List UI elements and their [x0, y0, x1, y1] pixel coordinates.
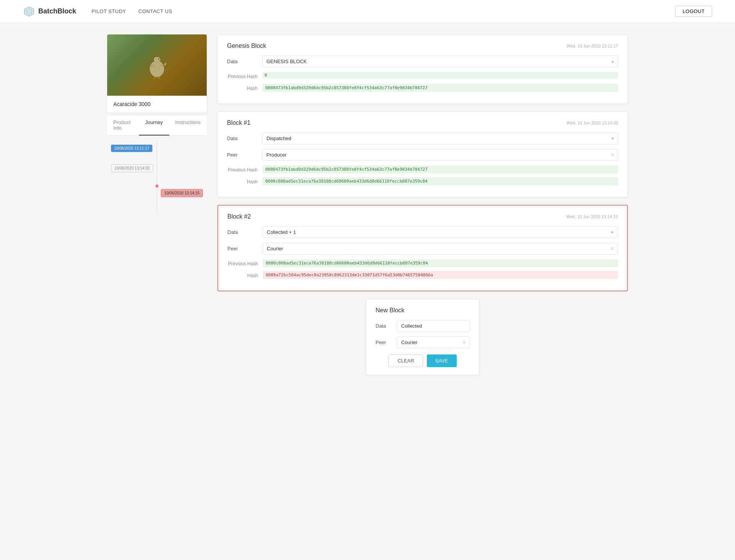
block2-data-icon: ●	[611, 229, 614, 235]
block1-hash-label: Hash	[227, 177, 258, 185]
genesis-data-icon: ●	[611, 59, 614, 64]
block1-card: Block #1 Wed, 10 Jun 2020 13:14:02 Data …	[217, 111, 628, 197]
new-block-title: New Block	[376, 307, 470, 314]
block2-data-row: Data Collected + 1 ●	[227, 226, 618, 238]
block1-peer-icon: ≡	[611, 152, 614, 157]
nav-links: PILOT STUDY CONTACT US	[91, 8, 675, 14]
new-block-card: New Block Data Peer Courier ≡ CLEAR SAVE	[366, 299, 479, 375]
block1-data-row: Data Dispatched ●	[227, 132, 618, 144]
svg-marker-1	[26, 8, 32, 15]
product-image	[107, 34, 207, 96]
timeline-item-3: 10/06/2020 13:14:15	[107, 189, 207, 197]
block2-peer-input[interactable]: Courier ≡	[263, 243, 618, 255]
genesis-prevhash-row: Previous Hash 0	[227, 72, 618, 80]
genesis-prevhash-label: Previous Hash	[227, 72, 258, 80]
genesis-data-row: Data GENESIS BLOCK ●	[227, 56, 618, 67]
genesis-data-input[interactable]: GENESIS BLOCK ●	[262, 56, 618, 67]
right-panel: Genesis Block Wed, 10 Jun 2020 13:11:17 …	[217, 34, 628, 375]
product-tabs: Product Info Journey Instructions	[107, 116, 207, 136]
genesis-block-header: Genesis Block Wed, 10 Jun 2020 13:11:17	[227, 42, 618, 49]
svg-point-10	[155, 70, 155, 71]
genesis-hash-label: Hash	[227, 84, 258, 92]
block1-peer-input[interactable]: Producer ≡	[262, 149, 618, 161]
timeline-badge-3: 10/06/2020 13:14:15	[161, 189, 203, 197]
block2-timestamp: Wed, 10 Jun 2020 13:14:15	[566, 214, 618, 219]
logout-button[interactable]: LOGOUT	[675, 6, 712, 17]
save-button[interactable]: SAVE	[427, 354, 457, 367]
new-block-actions: CLEAR SAVE	[376, 354, 470, 367]
genesis-hash-row: Hash 0008473fb1abd9d329d6dc95b2c857380fe…	[227, 84, 618, 92]
product-image-card: Acaracide 3000	[107, 34, 207, 113]
nav-pilot-study[interactable]: PILOT STUDY	[91, 8, 126, 14]
block1-prevhash-label: Previous Hash	[227, 165, 258, 173]
block2-prevhash-value: 0000c008ad5ec31eca76a38188cd60600aeb433d…	[263, 259, 618, 267]
block1-header: Block #1 Wed, 10 Jun 2020 13:14:02	[227, 119, 618, 126]
product-name: Acaracide 3000	[107, 96, 207, 113]
block1-hash-value: 0000c008ad5ec31eca76a38188cd60600aeb433d…	[262, 177, 618, 185]
navbar: BatchBlock PILOT STUDY CONTACT US LOGOUT	[0, 0, 735, 23]
new-block-data-input[interactable]	[397, 320, 470, 332]
new-block-peer-value: Courier	[401, 340, 418, 345]
brand: BatchBlock	[23, 5, 76, 18]
svg-point-9	[158, 70, 159, 71]
block1-title: Block #1	[227, 119, 250, 126]
new-block-peer-field: Peer Courier ≡	[376, 336, 470, 348]
svg-point-11	[159, 68, 160, 69]
timeline-badge-2: 10/06/2020 13:14:02	[111, 164, 153, 172]
genesis-block-title: Genesis Block	[227, 42, 266, 49]
nav-contact-us[interactable]: CONTACT US	[139, 8, 172, 14]
block2-prevhash-row: Previous Hash 0000c008ad5ec31eca76a38188…	[227, 259, 618, 267]
block2-hash-label: Hash	[227, 271, 258, 279]
block2-card: Block #2 Wed, 10 Jun 2020 13:14:15 Data …	[217, 205, 628, 291]
new-block-data-label: Data	[376, 323, 392, 329]
block1-hash-row: Hash 0000c008ad5ec31eca76a38188cd60600ae…	[227, 177, 618, 185]
timeline-line	[157, 142, 157, 214]
genesis-block-timestamp: Wed, 10 Jun 2020 13:11:17	[567, 44, 618, 48]
timeline-dot	[155, 184, 158, 188]
block1-data-label: Data	[227, 136, 258, 141]
new-block-peer-wrapper[interactable]: Courier ≡	[397, 336, 470, 348]
block1-prevhash-value: 0008473fb1abd9d329d6dc95b2c857380fe8f4cf…	[262, 165, 618, 173]
tab-product-info[interactable]: Product Info	[107, 116, 139, 136]
block2-hash-value: 0009a72bc504ac95dec0a23958c0962313de1c33…	[263, 271, 618, 279]
left-panel: Acaracide 3000 Product Info Journey Inst…	[107, 34, 207, 214]
block2-prevhash-label: Previous Hash	[227, 259, 258, 267]
svg-line-7	[159, 77, 160, 79]
block2-peer-label: Peer	[227, 246, 258, 251]
svg-line-6	[154, 77, 155, 79]
clear-button[interactable]: CLEAR	[389, 354, 423, 367]
timeline: 10/06/2020 13:11:17 10/06/2020 13:14:02 …	[107, 142, 207, 214]
genesis-block-card: Genesis Block Wed, 10 Jun 2020 13:11:17 …	[217, 34, 628, 104]
block1-peer-label: Peer	[227, 152, 258, 158]
block1-data-icon: ●	[611, 136, 614, 141]
tab-instructions[interactable]: Instructions	[169, 116, 207, 136]
tab-journey[interactable]: Journey	[139, 116, 169, 136]
brand-logo-icon	[23, 5, 35, 18]
new-block-peer-label: Peer	[376, 340, 392, 345]
timeline-item-2: 10/06/2020 13:14:02	[107, 164, 207, 172]
svg-point-4	[154, 57, 160, 62]
new-block-data-field: Data	[376, 320, 470, 332]
main-content: Acaracide 3000 Product Info Journey Inst…	[0, 23, 735, 387]
timeline-item-1: 10/06/2020 13:11:17	[107, 145, 207, 152]
genesis-prevhash-value: 0	[262, 72, 618, 78]
block2-peer-row: Peer Courier ≡	[227, 243, 618, 255]
block2-data-input[interactable]: Collected + 1 ●	[263, 226, 618, 238]
block2-hash-row: Hash 0009a72bc504ac95dec0a23958c0962313d…	[227, 271, 618, 279]
block1-timestamp: Wed, 10 Jun 2020 13:14:02	[567, 121, 618, 125]
new-block-peer-icon: ≡	[463, 340, 466, 345]
block1-prevhash-row: Previous Hash 0008473fb1abd9d329d6dc95b2…	[227, 165, 618, 173]
svg-point-5	[158, 59, 159, 60]
block2-header: Block #2 Wed, 10 Jun 2020 13:14:15	[227, 213, 618, 220]
timeline-badge-1: 10/06/2020 13:11:17	[111, 145, 152, 152]
chicken-illustration	[142, 50, 172, 80]
timeline-dot-wrapper	[107, 184, 207, 188]
block1-data-input[interactable]: Dispatched ●	[262, 132, 618, 144]
brand-name: BatchBlock	[38, 7, 76, 15]
svg-point-8	[155, 67, 156, 68]
block2-peer-icon: ≡	[611, 246, 614, 251]
block2-data-label: Data	[227, 229, 258, 235]
genesis-hash-value: 0008473fb1abd9d329d6dc95b2c857380fe8f4cf…	[262, 84, 618, 92]
block2-title: Block #2	[227, 213, 251, 220]
genesis-data-label: Data	[227, 59, 258, 64]
